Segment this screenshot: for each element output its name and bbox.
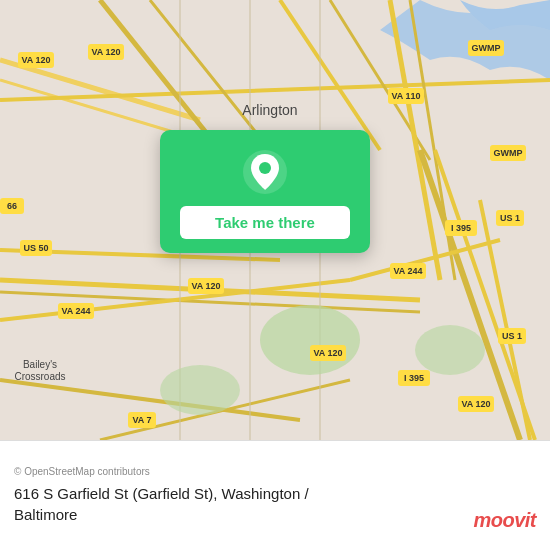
svg-point-23 xyxy=(260,305,360,375)
svg-text:VA 120: VA 120 xyxy=(91,47,120,57)
svg-text:VA 244: VA 244 xyxy=(393,266,422,276)
map-container: VA 120 VA 120 VA 110 VA 244 VA 244 VA 12… xyxy=(0,0,550,440)
svg-text:VA 110: VA 110 xyxy=(391,91,420,101)
svg-text:VA 7: VA 7 xyxy=(132,415,151,425)
svg-point-64 xyxy=(259,162,271,174)
svg-text:GWMP: GWMP xyxy=(494,148,523,158)
address-text: 616 S Garfield St (Garfield St), Washing… xyxy=(14,483,536,525)
svg-text:I 395: I 395 xyxy=(404,373,424,383)
bottom-bar: © OpenStreetMap contributors 616 S Garfi… xyxy=(0,440,550,550)
copyright-text: © OpenStreetMap contributors xyxy=(14,466,536,477)
svg-text:VA 120: VA 120 xyxy=(461,399,490,409)
svg-text:I 395: I 395 xyxy=(451,223,471,233)
svg-point-25 xyxy=(415,325,485,375)
svg-text:Arlington: Arlington xyxy=(242,102,297,118)
svg-text:66: 66 xyxy=(7,201,17,211)
svg-point-24 xyxy=(160,365,240,415)
map-pin-icon xyxy=(241,148,289,196)
svg-text:Bailey's: Bailey's xyxy=(23,359,57,370)
svg-text:VA 120: VA 120 xyxy=(21,55,50,65)
action-card: Take me there xyxy=(160,130,370,253)
moovit-logo: moovit xyxy=(473,509,536,532)
svg-text:US 1: US 1 xyxy=(500,213,520,223)
moovit-logo-text: moovit xyxy=(473,509,536,532)
svg-text:US 50: US 50 xyxy=(23,243,48,253)
svg-text:VA 244: VA 244 xyxy=(61,306,90,316)
svg-text:GWMP: GWMP xyxy=(472,43,501,53)
take-me-there-button[interactable]: Take me there xyxy=(180,206,350,239)
svg-text:US 1: US 1 xyxy=(502,331,522,341)
svg-text:VA 120: VA 120 xyxy=(313,348,342,358)
svg-text:VA 120: VA 120 xyxy=(191,281,220,291)
svg-text:Crossroads: Crossroads xyxy=(14,371,65,382)
